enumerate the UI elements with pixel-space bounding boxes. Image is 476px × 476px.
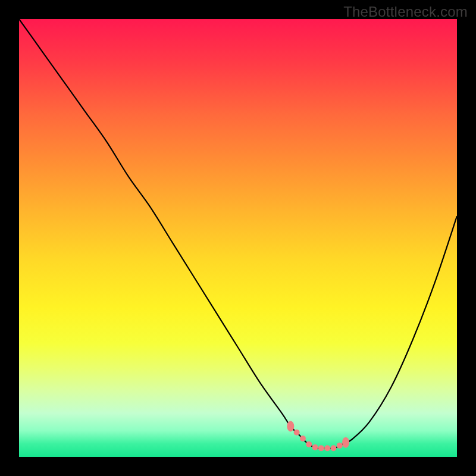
plot-area bbox=[19, 19, 457, 457]
svg-point-5 bbox=[318, 445, 324, 451]
svg-point-3 bbox=[306, 441, 312, 447]
svg-point-1 bbox=[294, 430, 300, 436]
svg-point-7 bbox=[330, 445, 336, 451]
chart-frame: TheBottleneck.com bbox=[0, 0, 476, 476]
svg-point-8 bbox=[337, 443, 343, 449]
curve-svg bbox=[19, 19, 457, 457]
svg-point-0 bbox=[287, 421, 294, 431]
highlight-dots bbox=[287, 421, 349, 451]
svg-point-4 bbox=[312, 444, 318, 450]
watermark-text: TheBottleneck.com bbox=[343, 4, 468, 20]
svg-point-2 bbox=[300, 436, 306, 441]
svg-point-9 bbox=[342, 437, 349, 448]
bottleneck-curve-path bbox=[19, 19, 457, 449]
svg-point-6 bbox=[324, 445, 330, 451]
